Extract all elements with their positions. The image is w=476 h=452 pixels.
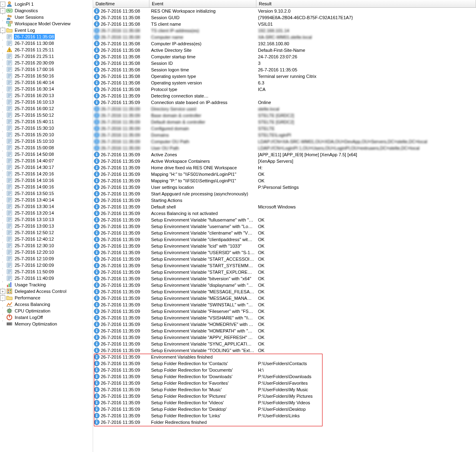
tree-user-sessions[interactable]: User Sessions <box>0 14 93 20</box>
tree-access-balancing[interactable]: Access Balancing <box>0 301 93 308</box>
grid-row[interactable]: 26-7-2016 11:35:09User settings location… <box>93 184 476 191</box>
grid-row[interactable]: 26-7-2016 11:35:09Active Zones[APP_IE11]… <box>93 151 476 158</box>
grid-row[interactable]: 26-7-2016 11:35:09Setup Folder Redirecti… <box>93 406 476 412</box>
grid-row[interactable]: 26-7-2016 11:35:09Mapping "P:" to "\\FS0… <box>93 177 476 184</box>
nav-tree[interactable]: - LoginPI 1 - Diagnostics <box>0 0 93 452</box>
grid-row[interactable]: 26-7-2016 11:35:08Protocol typeICA <box>93 86 476 93</box>
grid-row[interactable]: 26-7-2016 11:35:09Home drive fixed via R… <box>93 164 476 171</box>
grid-row[interactable]: 26-7-2016 11:35:09Setup Environment Vari… <box>93 315 476 321</box>
event-log-entry[interactable]: 25-7-2016 14:50:08 <box>0 151 93 157</box>
event-log-entry[interactable]: 25-7-2016 15:40:11 <box>0 118 93 125</box>
event-log-entry[interactable]: 25-7-2016 13:40:14 <box>0 197 93 203</box>
grid-row[interactable]: 26-7-2016 11:35:09Setup Environment Vari… <box>93 223 476 230</box>
col-datetime[interactable]: Date/time <box>93 0 149 7</box>
collapse-icon[interactable]: - <box>0 28 5 33</box>
event-log-entry[interactable]: 25-7-2016 14:40:07 <box>0 157 93 164</box>
grid-row[interactable]: 26-7-2016 11:35:09Setup Folder Redirecti… <box>93 367 476 373</box>
grid-row[interactable]: 26-7-2016 11:35:09Setup Environment Vari… <box>93 269 476 275</box>
grid-row[interactable]: 26-7-2016 11:35:09Setup Environment Vari… <box>93 236 476 243</box>
tree-event-log[interactable]: - Event Log <box>0 27 93 33</box>
tree-memory-optimization[interactable]: Memory Optimization <box>0 321 93 327</box>
event-log-entry[interactable]: 25-7-2016 16:20:13 <box>0 92 93 99</box>
grid-row[interactable]: 26-7-2016 11:35:09Setup Environment Vari… <box>93 262 476 269</box>
grid-row[interactable]: 26-7-2016 11:35:09Connection state based… <box>93 99 476 106</box>
grid-row[interactable]: 26-7-2016 11:35:09Base domain & controll… <box>93 112 476 119</box>
grid-row[interactable]: 26-7-2016 11:35:09Mapping "H:" to "\\FS0… <box>93 171 476 177</box>
grid-row[interactable]: 26-7-2016 11:35:09Setup Environment Vari… <box>93 321 476 328</box>
tree-model-overview[interactable]: Workspace Model Overview <box>0 20 93 27</box>
event-log-entry[interactable]: 25-7-2016 16:10:13 <box>0 99 93 105</box>
tree-instant-logoff[interactable]: Instant LogOff <box>0 314 93 321</box>
collapse-icon[interactable]: - <box>0 295 5 301</box>
grid-row[interactable]: 26-7-2016 11:35:08Session logon time26-7… <box>93 66 476 73</box>
event-log-entry[interactable]: 25-7-2016 13:50:15 <box>0 190 93 197</box>
event-log-entry[interactable]: 25-7-2016 14:10:16 <box>0 177 93 184</box>
grid-row[interactable]: 26-7-2016 11:35:09Setup Folder Redirecti… <box>93 412 476 419</box>
grid-row[interactable]: 26-7-2016 11:35:09Setup Environment Vari… <box>93 275 476 282</box>
grid-row[interactable]: 26-7-2016 11:35:09Folder Redirections fi… <box>93 419 476 425</box>
event-log-entry[interactable]: 25-7-2016 16:50:16 <box>0 73 93 79</box>
grid-row[interactable]: 26-7-2016 11:35:09Setup Environment Vari… <box>93 243 476 249</box>
grid-row[interactable]: 26-7-2016 11:35:09Default shellMicrosoft… <box>93 204 476 210</box>
grid-row[interactable]: 26-7-2016 11:35:09Setup Environment Vari… <box>93 217 476 223</box>
collapse-icon[interactable]: - <box>0 8 5 13</box>
event-log-entry[interactable]: 25-7-2016 16:30:14 <box>0 86 93 92</box>
grid-row[interactable]: 26-7-2016 11:35:09Setup Environment Vari… <box>93 256 476 262</box>
event-log-entry[interactable]: 25-7-2016 12:10:09 <box>0 255 93 262</box>
grid-row[interactable]: 26-7-2016 11:35:09Starting Actions <box>93 197 476 204</box>
grid-row[interactable]: 26-7-2016 11:35:09Setup Environment Vari… <box>93 288 476 295</box>
event-log-entry[interactable]: 25-7-2016 20:30:09 <box>0 60 93 66</box>
tree-delegated-access[interactable]: + Delegated Access Control <box>0 288 93 295</box>
event-log-entry[interactable]: 25-7-2016 17:00:16 <box>0 66 93 73</box>
grid-row[interactable]: 26-7-2016 11:35:09Setup Environment Vari… <box>93 347 476 354</box>
event-log-entry[interactable]: 25-7-2016 21:25:11 <box>0 53 93 60</box>
event-log-entry[interactable]: 26-7-2016 11:25:11 <box>0 47 93 53</box>
event-log-entry[interactable]: 25-7-2016 13:20:14 <box>0 210 93 216</box>
event-log-entry[interactable]: 25-7-2016 15:50:12 <box>0 112 93 118</box>
grid-row[interactable]: 26-7-2016 11:35:09Setup Folder Redirecti… <box>93 393 476 399</box>
grid-row[interactable]: 26-7-2016 11:35:09Setup Environment Vari… <box>93 328 476 334</box>
grid-row[interactable]: 26-7-2016 11:35:09Detecting connection s… <box>93 93 476 99</box>
grid-row[interactable]: 26-7-2016 11:35:09DomainsSTELTE\LoginPI <box>93 132 476 138</box>
event-log-entry[interactable]: 25-7-2016 15:00:08 <box>0 144 93 151</box>
grid-row[interactable]: 26-7-2016 11:35:09Setup Environment Vari… <box>93 282 476 288</box>
grid-row[interactable]: 26-7-2016 11:35:09Computer OU PathLDAP:/… <box>93 138 476 145</box>
tree-diagnostics[interactable]: - Diagnostics <box>0 7 93 14</box>
grid-row[interactable]: 26-7-2016 11:35:09Environment Variables … <box>93 354 476 360</box>
grid-row[interactable]: 26-7-2016 11:35:08Operating system versi… <box>93 80 476 86</box>
grid-row[interactable]: 26-7-2016 11:35:08Session ID3 <box>93 60 476 66</box>
grid-row[interactable]: 26-7-2016 11:35:09Setup Environment Vari… <box>93 249 476 256</box>
grid-row[interactable]: 26-7-2016 11:35:08RES ONE Workspace init… <box>93 8 476 14</box>
tree-usage-tracking[interactable]: Usage Tracking <box>0 281 93 288</box>
grid-row[interactable]: 26-7-2016 11:35:08Active Directory SiteD… <box>93 47 476 53</box>
grid-row[interactable]: 26-7-2016 11:35:09Setup Environment Vari… <box>93 230 476 236</box>
grid-row[interactable]: 26-7-2016 11:35:09Default domain & contr… <box>93 119 476 125</box>
grid-row[interactable]: 26-7-2016 11:35:08Computer IP-address(es… <box>93 40 476 47</box>
grid-row[interactable]: 26-7-2016 11:35:08Computer startup time2… <box>93 53 476 60</box>
event-log-entry[interactable]: 25-7-2016 13:00:13 <box>0 223 93 229</box>
event-log-entry[interactable]: 25-7-2016 12:50:12 <box>0 229 93 236</box>
grid-row[interactable]: 26-7-2016 11:35:09Setup Environment Vari… <box>93 295 476 301</box>
grid-row[interactable]: 26-7-2016 11:35:09Setup Environment Vari… <box>93 301 476 308</box>
grid-row[interactable]: 26-7-2016 11:35:09Setup Folder Redirecti… <box>93 399 476 406</box>
event-log-entry[interactable]: 25-7-2016 12:40:12 <box>0 236 93 242</box>
event-log-entry[interactable]: 25-7-2016 14:00:16 <box>0 184 93 190</box>
grid-row[interactable]: 26-7-2016 11:35:09Setup Environment Vari… <box>93 341 476 347</box>
grid-row[interactable]: 26-7-2016 11:35:09Directory Service used… <box>93 106 476 112</box>
event-log-entry[interactable]: 25-7-2016 12:00:09 <box>0 262 93 268</box>
grid-row[interactable]: 26-7-2016 11:35:09Setup Folder Redirecti… <box>93 380 476 386</box>
grid-row[interactable]: 26-7-2016 11:35:08Operating system typeT… <box>93 73 476 80</box>
grid-row[interactable]: 26-7-2016 11:35:09Access Balancing is no… <box>93 210 476 217</box>
tree-cpu-optimization[interactable]: CPU Optimization <box>0 308 93 314</box>
grid-row[interactable]: 26-7-2016 11:35:09Start Appguard rule pr… <box>93 191 476 197</box>
grid-row[interactable]: 26-7-2016 11:35:08TS client IP-address(e… <box>93 27 476 34</box>
grid-row[interactable]: 26-7-2016 11:35:08Computer nameXA-SRC-WM… <box>93 34 476 40</box>
event-log-entry[interactable]: 25-7-2016 12:30:10 <box>0 242 93 249</box>
grid-row[interactable]: 26-7-2016 11:35:09Setup Folder Redirecti… <box>93 373 476 380</box>
event-log-entry[interactable]: 25-7-2016 13:30:14 <box>0 203 93 210</box>
grid-row[interactable]: 26-7-2016 11:35:08Session GUID{79994E8A-… <box>93 14 476 21</box>
grid-row[interactable]: 26-7-2016 11:35:09Active Workspace Conta… <box>93 158 476 164</box>
tree-performance[interactable]: - Performance <box>0 295 93 301</box>
event-log-entry[interactable]: 25-7-2016 14:20:16 <box>0 171 93 177</box>
grid-row[interactable]: 26-7-2016 11:35:09Configured domainSTELT… <box>93 125 476 132</box>
